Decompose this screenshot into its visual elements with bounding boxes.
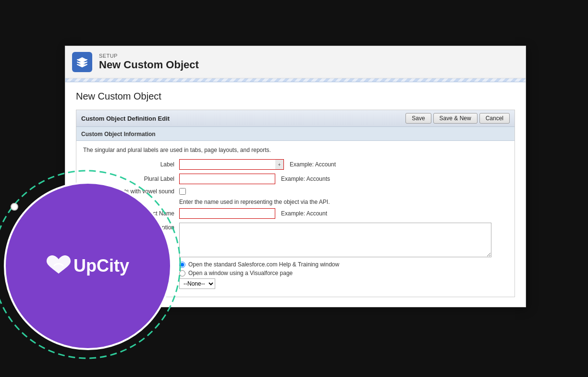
layers-icon bbox=[76, 56, 88, 68]
object-name-field-control: Example: Account bbox=[179, 208, 327, 219]
radio-row-2: Open a window using a Visualforce page bbox=[179, 270, 508, 276]
app-icon bbox=[72, 52, 92, 72]
plural-label-field-label: Plural Label bbox=[83, 176, 179, 182]
help-radio-group: Open the standard Salesforce.com Help & … bbox=[179, 261, 508, 276]
form-note: The singular and plural labels are used … bbox=[83, 147, 508, 153]
dot-orange bbox=[124, 328, 134, 338]
plural-label-row: Plural Label Example: Accounts bbox=[83, 174, 508, 184]
label-field-label: Label bbox=[83, 161, 179, 168]
select-row: --None-- bbox=[179, 278, 508, 289]
description-row: Description bbox=[83, 223, 508, 257]
radio-visualforce-label: Open a window using a Visualforce page bbox=[188, 270, 293, 276]
label-input-wrapper: + bbox=[179, 159, 284, 170]
page-heading: New Custom Object bbox=[76, 91, 515, 102]
header-bar: SETUP New Custom Object bbox=[65, 46, 526, 78]
form-body: The singular and plural labels are used … bbox=[76, 141, 514, 297]
plural-label-field-control: Example: Accounts bbox=[179, 174, 330, 184]
radio-standard[interactable] bbox=[179, 262, 185, 268]
label-field-control: + Example: Account bbox=[179, 159, 336, 170]
label-expand-icon[interactable]: + bbox=[275, 159, 284, 170]
page-content: New Custom Object Custom Object Definiti… bbox=[65, 82, 526, 307]
description-field-control bbox=[179, 223, 491, 257]
object-name-input[interactable] bbox=[179, 208, 275, 219]
vowel-field-control bbox=[179, 188, 186, 195]
radio-visualforce[interactable] bbox=[179, 270, 185, 276]
main-window: SETUP New Custom Object New Custom Objec… bbox=[65, 46, 526, 307]
form-section: Custom Object Definition Edit Save Save … bbox=[76, 110, 515, 297]
cancel-button[interactable]: Cancel bbox=[479, 113, 510, 124]
label-row: Label + Example: Account bbox=[83, 159, 508, 170]
vowel-row: Starts with vowel sound bbox=[83, 188, 508, 195]
form-section-title: Custom Object Definition Edit bbox=[81, 115, 170, 122]
form-section-header: Custom Object Definition Edit Save Save … bbox=[76, 110, 514, 127]
description-textarea[interactable] bbox=[179, 223, 491, 257]
label-example: Example: Account bbox=[290, 161, 336, 168]
object-name-row: Object Name Example: Account bbox=[83, 208, 508, 219]
decorative-stripe bbox=[65, 78, 526, 82]
radio-row-1: Open the standard Salesforce.com Help & … bbox=[179, 261, 508, 268]
save-new-button[interactable]: Save & New bbox=[433, 113, 478, 124]
visualforce-select[interactable]: --None-- bbox=[179, 278, 215, 289]
radio-standard-label: Open the standard Salesforce.com Help & … bbox=[188, 261, 339, 268]
save-button[interactable]: Save bbox=[405, 113, 431, 124]
info-section-title: Custom Object Information bbox=[81, 131, 156, 138]
header-title: New Custom Object bbox=[99, 59, 199, 71]
plural-label-example: Example: Accounts bbox=[281, 176, 330, 182]
vowel-checkbox[interactable] bbox=[179, 188, 186, 195]
action-buttons: Save Save & New Cancel bbox=[405, 113, 510, 124]
api-note: Enter the name used in representing the … bbox=[179, 199, 508, 205]
object-name-example: Example: Account bbox=[281, 210, 327, 217]
info-section-bar: Custom Object Information bbox=[76, 127, 514, 141]
header-text-block: SETUP New Custom Object bbox=[99, 53, 199, 71]
plural-label-input[interactable] bbox=[179, 174, 275, 184]
setup-label: SETUP bbox=[99, 53, 199, 59]
dot-white bbox=[11, 203, 18, 211]
vowel-field-label: Starts with vowel sound bbox=[83, 188, 179, 195]
description-field-label: Description bbox=[83, 223, 179, 231]
object-name-field-label: Object Name bbox=[83, 210, 179, 217]
label-input[interactable] bbox=[179, 159, 275, 170]
